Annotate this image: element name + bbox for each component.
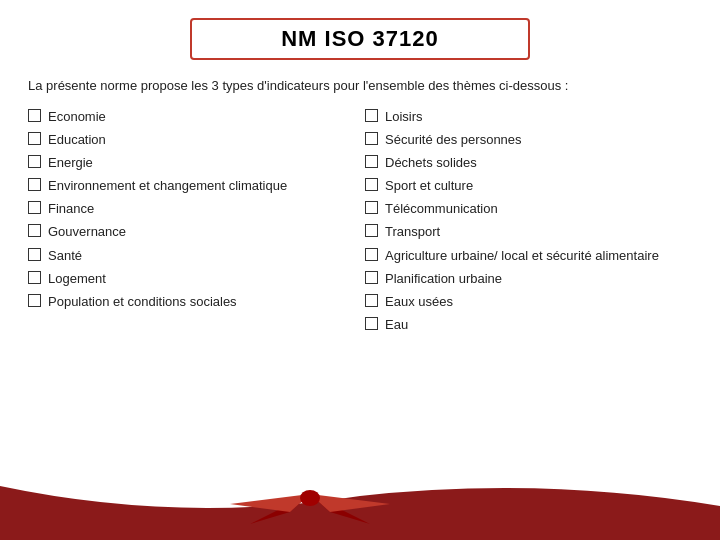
list-item: Energie	[28, 154, 355, 172]
item-text: Eau	[385, 316, 692, 334]
list-item: Gouvernance	[28, 223, 355, 241]
checkbox-icon	[365, 224, 378, 237]
checkbox-icon	[28, 271, 41, 284]
checkbox-icon	[365, 155, 378, 168]
item-text: Eaux usées	[385, 293, 692, 311]
page-container: NM ISO 37120 La présente norme propose l…	[0, 0, 720, 540]
list-item: Loisirs	[365, 108, 692, 126]
item-text: Santé	[48, 247, 355, 265]
checkbox-icon	[28, 224, 41, 237]
item-text: Gouvernance	[48, 223, 355, 241]
item-text: Population et conditions sociales	[48, 293, 355, 311]
item-text: Economie	[48, 108, 355, 126]
list-item: Transport	[365, 223, 692, 241]
item-text: Agriculture urbaine/ local et sécurité a…	[385, 247, 692, 265]
item-text: Planification urbaine	[385, 270, 692, 288]
checkbox-icon	[28, 155, 41, 168]
checkbox-icon	[365, 248, 378, 261]
list-item: Economie	[28, 108, 355, 126]
list-item: Eau	[365, 316, 692, 334]
list-item: Sport et culture	[365, 177, 692, 195]
checkbox-icon	[28, 294, 41, 307]
list-item: Finance	[28, 200, 355, 218]
checkbox-icon	[365, 271, 378, 284]
item-text: Logement	[48, 270, 355, 288]
list-item: Planification urbaine	[365, 270, 692, 288]
list-item: Télécommunication	[365, 200, 692, 218]
checkbox-icon	[365, 317, 378, 330]
item-text: Loisirs	[385, 108, 692, 126]
list-item: Déchets solides	[365, 154, 692, 172]
checkbox-icon	[365, 294, 378, 307]
list-item: Eaux usées	[365, 293, 692, 311]
item-text: Environnement et changement climatique	[48, 177, 355, 195]
list-item: Education	[28, 131, 355, 149]
checkbox-icon	[365, 178, 378, 191]
item-text: Sécurité des personnes	[385, 131, 692, 149]
item-text: Sport et culture	[385, 177, 692, 195]
checkbox-icon	[28, 109, 41, 122]
list-item: Environnement et changement climatique	[28, 177, 355, 195]
svg-point-0	[300, 490, 320, 506]
item-text: Télécommunication	[385, 200, 692, 218]
page-title: NM ISO 37120	[216, 26, 504, 52]
item-text: Education	[48, 131, 355, 149]
item-text: Transport	[385, 223, 692, 241]
list-item: Sécurité des personnes	[365, 131, 692, 149]
list-item: Population et conditions sociales	[28, 293, 355, 311]
item-text: Energie	[48, 154, 355, 172]
title-box: NM ISO 37120	[190, 18, 530, 60]
left-column: EconomieEducationEnergieEnvironnement et…	[28, 108, 355, 487]
checkbox-icon	[28, 248, 41, 261]
bottom-decoration	[0, 486, 720, 540]
checkbox-icon	[365, 132, 378, 145]
checkbox-icon	[28, 132, 41, 145]
list-item: Logement	[28, 270, 355, 288]
list-item: Agriculture urbaine/ local et sécurité a…	[365, 247, 692, 265]
checkbox-icon	[365, 109, 378, 122]
item-text: Finance	[48, 200, 355, 218]
checkbox-icon	[365, 201, 378, 214]
checkbox-icon	[28, 201, 41, 214]
item-text: Déchets solides	[385, 154, 692, 172]
right-column: LoisirsSécurité des personnesDéchets sol…	[365, 108, 692, 487]
list-item: Santé	[28, 247, 355, 265]
checkbox-icon	[28, 178, 41, 191]
subtitle-text: La présente norme propose les 3 types d'…	[28, 76, 692, 96]
lists-container: EconomieEducationEnergieEnvironnement et…	[28, 108, 692, 487]
